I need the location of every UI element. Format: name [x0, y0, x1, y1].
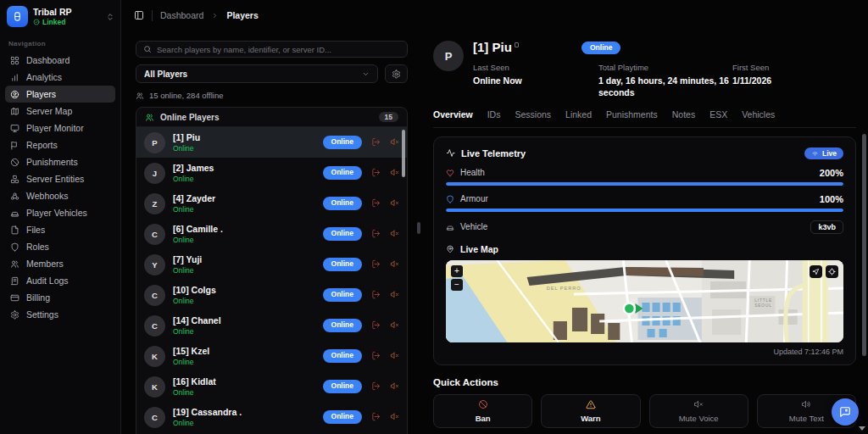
triangle-alert-icon — [586, 399, 596, 409]
map-pin-icon — [446, 245, 454, 253]
tab[interactable]: IDs — [487, 109, 501, 120]
bar-chart-icon — [10, 73, 19, 82]
tab[interactable]: Vehicles — [742, 109, 775, 120]
detail-scrollbar-thumb[interactable] — [862, 134, 866, 356]
sidebar-item[interactable]: Server Map — [5, 103, 115, 120]
sidebar-item[interactable]: Members — [5, 255, 115, 272]
server-switcher[interactable]: Tribal RP Linked — [0, 0, 120, 31]
map-label-del-perro: DEL PERRO — [547, 286, 581, 291]
mute-icon[interactable] — [390, 259, 399, 269]
settings-icon — [10, 310, 19, 320]
quick-action-button[interactable]: Mute Voice — [649, 394, 748, 428]
name-suffix-icon — [515, 42, 519, 47]
player-filter-select[interactable]: All Players — [136, 64, 378, 83]
detail-tabs: OverviewIDsSessionsLinkedPunishmentsNote… — [433, 109, 856, 128]
tab[interactable]: Notes — [672, 109, 695, 120]
player-row[interactable]: J [2] James Online Online — [136, 158, 407, 188]
armour-bar-fill — [446, 209, 843, 212]
player-row[interactable]: C [19] Cassandra . Online Online — [136, 402, 407, 432]
mute-icon[interactable] — [390, 412, 399, 421]
scroll-down-arrow[interactable] — [859, 426, 865, 431]
player-row[interactable]: K [15] Kzel Online Online — [136, 341, 407, 371]
map-label-seoul: SEOUL — [754, 303, 771, 308]
kick-icon[interactable] — [371, 412, 381, 421]
kick-icon[interactable] — [371, 198, 381, 208]
sidebar-toggle-icon[interactable] — [134, 10, 144, 20]
quick-action-button[interactable]: Warn — [541, 394, 640, 428]
player-row[interactable]: C [6] Camille . Online Online — [136, 219, 407, 249]
sidebar-item[interactable]: Settings — [5, 306, 115, 323]
kick-icon[interactable] — [371, 229, 381, 238]
mute-icon[interactable] — [390, 351, 399, 360]
shield-icon — [446, 195, 454, 203]
sidebar-item[interactable]: Webhooks — [5, 187, 115, 204]
player-row[interactable]: Z [4] Zayder Online Online — [136, 188, 407, 219]
kick-icon[interactable] — [371, 351, 381, 360]
sidebar-item[interactable]: Files — [5, 221, 115, 238]
car-icon — [446, 223, 454, 231]
player-status: Online — [173, 419, 242, 427]
avatar: Z — [144, 193, 165, 214]
player-row[interactable]: C [14] Chanel Online Online — [136, 310, 407, 341]
player-status: Online — [173, 236, 223, 244]
sidebar-item[interactable]: Server Entities — [5, 170, 115, 187]
list-settings-button[interactable] — [385, 64, 408, 83]
tab[interactable]: Overview — [433, 109, 473, 120]
detail-scrollbar[interactable] — [862, 127, 866, 426]
gear-icon — [392, 70, 401, 79]
sidebar-item[interactable]: Analytics — [5, 69, 115, 86]
support-chat-button[interactable] — [832, 398, 859, 426]
users-icon — [10, 259, 19, 269]
kick-icon[interactable] — [371, 259, 381, 269]
kick-icon[interactable] — [371, 290, 381, 299]
online-badge: Online — [581, 42, 620, 54]
mute-icon[interactable] — [390, 168, 399, 177]
avatar: J — [144, 163, 165, 184]
tab[interactable]: ESX — [709, 109, 727, 120]
search-input[interactable] — [157, 45, 400, 54]
sidebar-item[interactable]: Player Vehicles — [5, 204, 115, 221]
mute-icon[interactable] — [390, 290, 399, 299]
online-badge: Online — [323, 319, 362, 331]
health-bar-fill — [446, 182, 843, 186]
sidebar-item[interactable]: Dashboard — [5, 52, 115, 69]
quick-action-button[interactable]: Ban — [433, 394, 532, 428]
sidebar-item-label: Player Monitor — [26, 123, 84, 133]
sidebar-item-label: Files — [26, 225, 45, 235]
tab[interactable]: Punishments — [606, 109, 658, 120]
chevrons-up-down-icon[interactable] — [106, 13, 114, 21]
mute-icon[interactable] — [390, 320, 399, 330]
kick-icon[interactable] — [371, 381, 381, 391]
sidebar-item[interactable]: Punishments — [5, 153, 115, 170]
player-row[interactable]: K [16] Kidlat Online Online — [136, 371, 407, 402]
sidebar-item[interactable]: Billing — [5, 289, 115, 306]
kick-icon[interactable] — [371, 168, 381, 177]
map-locate-button[interactable] — [826, 265, 838, 278]
player-row[interactable]: Y [7] Yuji Online Online — [136, 249, 407, 280]
sidebar-item[interactable]: Players — [5, 86, 115, 103]
player-row[interactable]: P [1] Piu Online Online — [136, 127, 407, 158]
map-zoom-in-button[interactable]: + — [451, 265, 463, 277]
sidebar-item[interactable]: Player Monitor — [5, 120, 115, 136]
tab[interactable]: Sessions — [515, 109, 551, 120]
kick-icon[interactable] — [371, 320, 381, 330]
player-search[interactable] — [136, 41, 408, 58]
player-row[interactable]: C [10] Colgs Online Online — [136, 280, 407, 310]
kick-icon[interactable] — [371, 137, 381, 147]
sidebar-item-label: Settings — [26, 309, 58, 320]
mute-icon[interactable] — [390, 381, 399, 391]
breadcrumb-root[interactable]: Dashboard — [160, 10, 203, 20]
sidebar-item[interactable]: Audit Logs — [5, 272, 115, 289]
list-scrollbar[interactable] — [402, 130, 405, 177]
tab[interactable]: Linked — [565, 109, 592, 120]
mute-icon[interactable] — [390, 137, 399, 147]
live-map[interactable]: DEL PERRO LITTLE SEOUL + − — [446, 260, 843, 342]
quick-action-label: Ban — [476, 414, 491, 423]
map-zoom-out-button[interactable]: − — [451, 279, 463, 291]
map-follow-button[interactable] — [810, 265, 822, 278]
mute-icon[interactable] — [390, 229, 399, 238]
sidebar-item[interactable]: Reports — [5, 136, 115, 153]
mute-icon[interactable] — [390, 198, 399, 208]
panel-resize-handle[interactable] — [417, 222, 420, 234]
sidebar-item[interactable]: Roles — [5, 238, 115, 255]
